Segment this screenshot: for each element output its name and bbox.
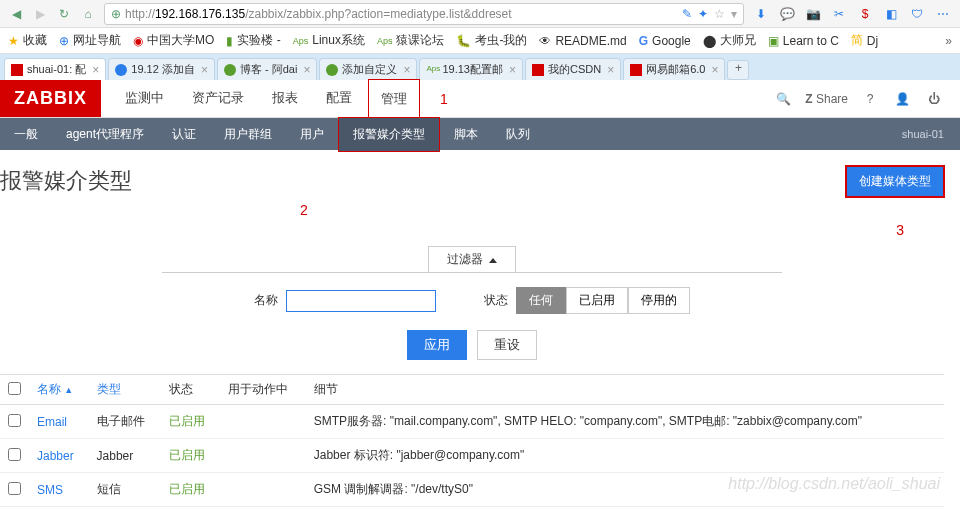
subnav-users[interactable]: 用户 xyxy=(286,118,338,151)
nav-monitoring[interactable]: 监测中 xyxy=(113,79,176,119)
more-icon[interactable]: ⋯ xyxy=(934,5,952,23)
user-icon[interactable]: 👤 xyxy=(892,89,912,109)
media-name-link[interactable]: Email xyxy=(37,415,67,429)
media-name-link[interactable]: Jabber xyxy=(37,449,74,463)
money-icon[interactable]: $ xyxy=(856,5,874,23)
close-icon[interactable]: × xyxy=(509,63,516,77)
nav-admin[interactable]: 管理 xyxy=(368,79,420,119)
browser-tab[interactable]: Aps19.13配置邮× xyxy=(419,58,523,80)
forward-icon[interactable]: ▶ xyxy=(32,6,48,22)
select-all-checkbox[interactable] xyxy=(8,382,21,395)
annotation-1: 1 xyxy=(440,91,448,107)
filter-name-label: 名称 xyxy=(254,292,278,309)
subnav-general[interactable]: 一般 xyxy=(0,118,52,151)
download-icon[interactable]: ⬇ xyxy=(752,5,770,23)
media-details: SMTP服务器: "mail.company.com", SMTP HELO: … xyxy=(306,405,944,439)
table-row: Email电子邮件已启用SMTP服务器: "mail.company.com",… xyxy=(0,405,944,439)
media-usedin xyxy=(220,439,306,473)
media-type: 短信 xyxy=(89,473,161,507)
ext1-icon[interactable]: ◧ xyxy=(882,5,900,23)
reload-icon[interactable]: ↻ xyxy=(56,6,72,22)
row-checkbox[interactable] xyxy=(8,448,21,461)
bookmark-item[interactable]: 🐛考虫-我的 xyxy=(456,32,527,49)
shield-icon[interactable]: 🛡 xyxy=(908,5,926,23)
bookmark-item[interactable]: ⊕网址导航 xyxy=(59,32,121,49)
close-icon[interactable]: × xyxy=(201,63,208,77)
media-name-link[interactable]: SMS xyxy=(37,483,63,497)
filter-toggle[interactable]: 过滤器 xyxy=(428,246,516,272)
bookmark-item[interactable]: GGoogle xyxy=(639,34,691,48)
row-checkbox[interactable] xyxy=(8,414,21,427)
col-type[interactable]: 类型 xyxy=(89,375,161,405)
col-details: 细节 xyxy=(306,375,944,405)
zabbix-logo[interactable]: ZABBIX xyxy=(0,80,101,117)
bookmark-item[interactable]: ApsLinux系统 xyxy=(293,32,365,49)
apply-button[interactable]: 应用 xyxy=(407,330,467,360)
reset-button[interactable]: 重设 xyxy=(477,330,537,360)
search-icon[interactable]: 🔍 xyxy=(773,89,793,109)
bookmark-item[interactable]: 👁README.md xyxy=(539,34,626,48)
subnav-mediatypes[interactable]: 报警媒介类型 xyxy=(338,117,440,152)
create-media-type-button[interactable]: 创建媒体类型 xyxy=(846,166,944,197)
media-status[interactable]: 已启用 xyxy=(161,405,220,439)
nav-config[interactable]: 配置 xyxy=(314,79,364,119)
col-usedin: 用于动作中 xyxy=(220,375,306,405)
bookmark-item[interactable]: ▮实验楼 - xyxy=(226,32,280,49)
browser-tab[interactable]: shuai-01: 配× xyxy=(4,58,106,80)
col-name[interactable]: 名称 ▲ xyxy=(29,375,89,405)
page-title: 报警媒介类型 xyxy=(0,160,132,202)
close-icon[interactable]: × xyxy=(607,63,614,77)
row-checkbox[interactable] xyxy=(8,482,21,495)
media-usedin xyxy=(220,473,306,507)
bookmark-item[interactable]: ◉中国大学MO xyxy=(133,32,214,49)
status-disabled-button[interactable]: 停用的 xyxy=(628,287,690,314)
status-enabled-button[interactable]: 已启用 xyxy=(566,287,628,314)
nav-reports[interactable]: 报表 xyxy=(260,79,310,119)
close-icon[interactable]: × xyxy=(92,63,99,77)
url-text: http://192.168.176.135/zabbix/zabbix.php… xyxy=(125,7,512,21)
tabs-bar: shuai-01: 配× 19.12 添加自× 博客 - 阿dai× 添加自定义… xyxy=(0,54,960,80)
current-user: shuai-01 xyxy=(902,128,960,140)
bookmark-item[interactable]: ▣Learn to C xyxy=(768,34,839,48)
close-icon[interactable]: × xyxy=(711,63,718,77)
table-row: JabberJabber已启用Jabber 标识符: "jabber@compa… xyxy=(0,439,944,473)
subnav-usergroups[interactable]: 用户群组 xyxy=(210,118,286,151)
home-icon[interactable]: ⌂ xyxy=(80,6,96,22)
browser-tab[interactable]: 博客 - 阿dai× xyxy=(217,58,317,80)
browser-tab[interactable]: 19.12 添加自× xyxy=(108,58,215,80)
browser-tab[interactable]: 网易邮箱6.0× xyxy=(623,58,725,80)
help-icon[interactable]: ? xyxy=(860,89,880,109)
logout-icon[interactable]: ⏻ xyxy=(924,89,944,109)
status-any-button[interactable]: 任何 xyxy=(516,287,566,314)
annotation-3: 3 xyxy=(0,222,944,238)
new-tab-button[interactable]: + xyxy=(727,60,749,80)
col-status: 状态 xyxy=(161,375,220,405)
annotation-2: 2 xyxy=(0,202,944,218)
subnav-auth[interactable]: 认证 xyxy=(158,118,210,151)
cut-icon[interactable]: ✂ xyxy=(830,5,848,23)
bookmark-item[interactable]: ⬤大师兄 xyxy=(703,32,756,49)
media-status[interactable]: 已启用 xyxy=(161,439,220,473)
filter-status-label: 状态 xyxy=(484,292,508,309)
url-bar[interactable]: ⊕ http://192.168.176.135/zabbix/zabbix.p… xyxy=(104,3,744,25)
watermark: http://blog.csdn.net/aoli_shuai xyxy=(728,475,940,493)
media-type: 电子邮件 xyxy=(89,405,161,439)
browser-tab[interactable]: 我的CSDN× xyxy=(525,58,621,80)
close-icon[interactable]: × xyxy=(403,63,410,77)
bookmark-item[interactable]: Aps猿课论坛 xyxy=(377,32,445,49)
subnav-scripts[interactable]: 脚本 xyxy=(440,118,492,151)
table-footer: 显示 已自动发现的 3中的3 xyxy=(0,507,944,512)
subnav-queue[interactable]: 队列 xyxy=(492,118,544,151)
bookmark-item[interactable]: ★收藏 xyxy=(8,32,47,49)
browser-tab[interactable]: 添加自定义× xyxy=(319,58,417,80)
filter-name-input[interactable] xyxy=(286,290,436,312)
chat-icon[interactable]: 💬 xyxy=(778,5,796,23)
camera-icon[interactable]: 📷 xyxy=(804,5,822,23)
subnav-proxies[interactable]: agent代理程序 xyxy=(52,118,158,151)
nav-inventory[interactable]: 资产记录 xyxy=(180,79,256,119)
media-status[interactable]: 已启用 xyxy=(161,473,220,507)
close-icon[interactable]: × xyxy=(303,63,310,77)
bookmark-item[interactable]: 简Dj xyxy=(851,32,878,49)
back-icon[interactable]: ◀ xyxy=(8,6,24,22)
share-button[interactable]: Z Share xyxy=(805,92,848,106)
